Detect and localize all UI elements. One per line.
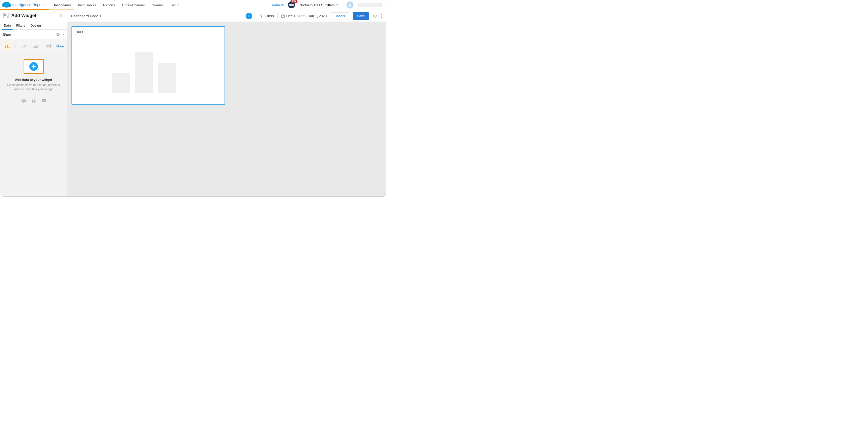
user-name-placeholder (358, 3, 382, 7)
sidebar-tabs: Data Filters Design (0, 21, 67, 30)
top-nav: Intelligence Reports Dashboards Pivot Ta… (0, 0, 386, 10)
sidebar-tab-design[interactable]: Design (28, 21, 43, 29)
dashboard-page-title: Dashboard Page 1 (71, 14, 101, 18)
svg-rect-19 (282, 14, 282, 15)
close-sidebar-button[interactable] (58, 13, 64, 18)
chart-type-picker: More (0, 39, 67, 53)
placeholder-bar (135, 53, 153, 93)
kebab-icon (63, 32, 64, 36)
tab-queries[interactable]: Queries (148, 0, 167, 10)
widget-placeholder-bars (112, 53, 176, 93)
salesforce-cloud-icon (3, 2, 10, 7)
svg-point-1 (57, 34, 58, 35)
table-icon (46, 44, 51, 48)
svg-point-2 (63, 32, 63, 33)
workspace-picker[interactable]: Northern Trail Outfitters (300, 3, 338, 7)
svg-rect-5 (5, 46, 6, 48)
tab-pivot-tables[interactable]: Pivot Tables (74, 0, 100, 10)
main-nav-tabs: Dashboards Pivot Tables Reports Cross-Ch… (49, 0, 183, 10)
svg-rect-15 (43, 98, 43, 99)
widget-name-actions (56, 32, 64, 37)
sidebar-tab-data[interactable]: Data (1, 21, 13, 29)
svg-rect-8 (46, 44, 51, 48)
preview-button[interactable] (373, 13, 377, 19)
chart-type-area[interactable] (32, 42, 40, 51)
add-data-box (24, 59, 44, 74)
widget-more-actions[interactable] (63, 32, 64, 36)
page-more-actions[interactable] (381, 14, 382, 18)
person-icon (348, 3, 352, 7)
plus-icon (247, 14, 251, 18)
calendar-icon (281, 14, 285, 18)
add-widget-sidebar: Add Widget Data Filters Design Bars (0, 10, 67, 196)
chart-type-table[interactable] (44, 42, 53, 51)
eye-icon (373, 13, 377, 19)
notification-count-badge: 99+ (291, 0, 298, 3)
kebab-icon (381, 14, 382, 18)
dashboard-canvas[interactable]: Bars (67, 22, 386, 196)
date-range-label: Dec 1, 2022 - Jan 1, 2023 (286, 14, 327, 18)
user-avatar[interactable] (346, 1, 353, 8)
sidebar-tab-filters[interactable]: Filters (13, 21, 28, 29)
svg-rect-7 (8, 46, 9, 48)
canvas-column: Dashboard Page 1 Filters Dec 1, 2022 - J… (67, 10, 386, 196)
svg-point-24 (381, 17, 382, 18)
date-icon (42, 98, 46, 103)
svg-point-22 (381, 14, 382, 15)
eye-icon (56, 32, 60, 37)
add-data-subtitle: Select dimension/s and measurement/s fie… (6, 83, 61, 92)
svg-point-21 (375, 15, 376, 16)
sidebar-header: Add Widget (0, 10, 67, 21)
svg-rect-16 (45, 98, 45, 99)
plus-icon (31, 64, 36, 69)
svg-rect-14 (42, 99, 46, 100)
area-chart-icon (33, 44, 39, 48)
filter-icon (259, 14, 263, 18)
widget-name: Bars (3, 32, 11, 36)
tab-cross-channel[interactable]: Cross-Channel (118, 0, 148, 10)
chart-type-bar[interactable] (3, 42, 11, 51)
svg-point-3 (63, 34, 63, 35)
close-icon (59, 14, 63, 17)
save-button[interactable]: Save (353, 12, 369, 20)
filters-button[interactable]: Filters (259, 14, 274, 18)
svg-rect-20 (283, 14, 284, 15)
chart-types-more[interactable]: More (56, 44, 64, 48)
top-nav-right: Feedback 99+ Northern Trail Outfitters (270, 0, 386, 10)
hash-icon (32, 98, 36, 103)
tab-reports[interactable]: Reports (100, 0, 118, 10)
svg-rect-6 (7, 45, 8, 48)
add-data-button[interactable] (29, 62, 38, 71)
dimension-icon (21, 98, 26, 103)
cube-icon (21, 98, 26, 103)
feedback-link[interactable]: Feedback (270, 3, 284, 7)
widget-name-row: Bars (0, 30, 67, 39)
entity-type-icons (21, 98, 46, 103)
brand: Intelligence Reports (0, 0, 49, 10)
placeholder-bar (158, 63, 176, 93)
widget-title: Bars (75, 30, 221, 34)
calendar-icon (42, 98, 46, 103)
svg-point-4 (63, 35, 63, 36)
main-area: Add Widget Data Filters Design Bars (0, 10, 386, 196)
chevron-down-icon (336, 4, 338, 6)
line-chart-icon (21, 44, 27, 48)
toggle-visibility-button[interactable] (56, 32, 60, 37)
filters-label: Filters (265, 14, 274, 18)
add-data-panel: Add data to your widget Select dimension… (0, 53, 67, 196)
svg-point-23 (381, 15, 382, 16)
placeholder-bar (112, 73, 130, 93)
add-widget-icon (3, 13, 9, 18)
sidebar-title: Add Widget (11, 13, 56, 18)
separator (16, 43, 16, 49)
notifications[interactable]: 99+ (288, 1, 296, 9)
chart-type-line[interactable] (20, 42, 28, 51)
tab-dashboards[interactable]: Dashboards (49, 0, 74, 10)
svg-point-0 (349, 4, 350, 5)
tab-setup[interactable]: Setup (167, 0, 183, 10)
add-widget-button[interactable] (246, 13, 252, 19)
widget-bars[interactable]: Bars (71, 26, 225, 105)
add-data-title: Add data to your widget (15, 78, 52, 82)
cancel-button[interactable]: Cancel (330, 12, 349, 20)
date-range-picker[interactable]: Dec 1, 2022 - Jan 1, 2023 (281, 14, 327, 18)
